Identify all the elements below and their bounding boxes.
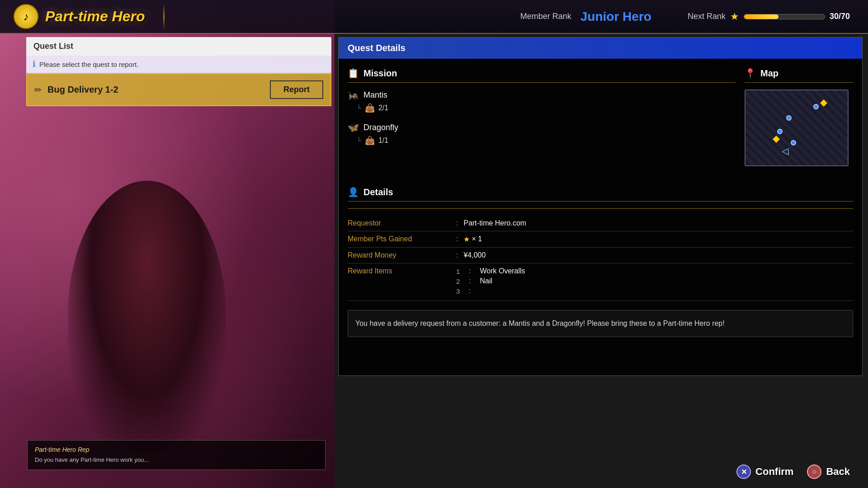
rank-name: Junior Hero	[580, 9, 651, 24]
reward-item-2-name: Nail	[480, 277, 492, 285]
rank-progress-text: 30/70	[830, 12, 850, 21]
quest-details-header: Quest Details	[339, 38, 862, 59]
confirm-circle-icon: ✕	[736, 465, 751, 479]
info-icon: ℹ	[33, 59, 36, 69]
map-marker-1	[820, 99, 827, 107]
rank-star-icon: ★	[730, 11, 739, 23]
requestor-colon: :	[456, 219, 458, 227]
logo-icon: ♪	[14, 4, 38, 29]
reward-item-2-num: 2	[456, 277, 465, 285]
map-dot-3	[777, 129, 783, 134]
rank-progress-fill	[744, 14, 779, 19]
back-label: Back	[826, 466, 850, 478]
member-pts-star: ★	[463, 235, 470, 244]
details-row-member-pts: Member Pts Gained : ★ × 1	[348, 231, 853, 248]
next-rank-section: Next Rank ★ 30/70	[688, 11, 850, 23]
map-marker-2	[773, 136, 780, 143]
dragonfly-icon: 🦋	[348, 122, 359, 133]
reward-money-colon: :	[456, 251, 458, 259]
member-pts-value: × 1	[472, 235, 482, 243]
header-divider	[163, 3, 165, 30]
map-section-header: 📍 Map	[745, 68, 853, 83]
app-title: Part-time Hero	[45, 8, 145, 25]
reward-item-3-colon: :	[469, 287, 471, 295]
quest-description-text: You have a delivery request from a custo…	[355, 318, 845, 329]
details-divider	[348, 208, 853, 209]
quest-description: You have a delivery request from a custo…	[348, 310, 853, 337]
member-rank-label: Member Rank	[520, 12, 571, 21]
map-dot-1	[813, 104, 819, 109]
reward-money-label: Reward Money	[348, 251, 456, 259]
quest-info-text: Please select the quest to report.	[39, 61, 138, 68]
header-logo: ♪ Part-time Hero	[0, 4, 145, 29]
member-pts-label: Member Pts Gained	[348, 235, 456, 243]
reward-item-1: 1 : Work Overalls	[456, 267, 525, 275]
mission-section-title: Mission	[363, 68, 397, 79]
dragonfly-bag-icon: 👜	[365, 136, 375, 145]
mission-item-dragonfly: 🦋 Dragonfly └ 👜 1/1	[348, 122, 736, 145]
reward-item-1-colon: :	[469, 267, 471, 275]
reward-item-3-num: 3	[456, 287, 465, 295]
rank-section: Member Rank Junior Hero Next Rank ★ 30/7…	[520, 9, 868, 24]
reward-item-1-num: 1	[456, 267, 465, 275]
reward-item-3: 3 :	[456, 287, 525, 295]
dragonfly-count: 1/1	[378, 136, 388, 145]
requestor-value: Part-time Hero.com	[463, 219, 526, 227]
map-background: ◁	[745, 90, 848, 165]
mantis-arrow: └	[357, 104, 361, 112]
mantis-icon: 🦗	[348, 89, 359, 100]
bottom-buttons: ✕ Confirm ○ Back	[736, 465, 850, 479]
report-button[interactable]: Report	[270, 80, 323, 99]
map-dot-2	[786, 115, 792, 121]
next-rank-label: Next Rank	[688, 12, 726, 21]
rank-progress-bar	[744, 14, 825, 19]
dialogue-box: Part-time Hero Rep Do you have any Part-…	[27, 440, 326, 470]
quest-list-header: Quest List	[26, 37, 331, 56]
quest-item-left: ✏ Bug Delivery 1-2	[34, 84, 118, 95]
details-section-title: Details	[363, 187, 393, 197]
header-bar: ♪ Part-time Hero Member Rank Junior Hero…	[0, 0, 868, 34]
reward-item-1-name: Work Overalls	[480, 267, 525, 275]
quest-details-content: 📋 Mission 🦗 Mantis └ 👜 2/1 🦋 Dragonfly	[339, 59, 862, 175]
details-row-money: Reward Money : ¥4,000	[348, 248, 853, 263]
member-pts-colon: :	[456, 235, 458, 243]
quest-details-panel: Quest Details 📋 Mission 🦗 Mantis └ 👜 2/1	[338, 37, 863, 376]
mission-section-header: 📋 Mission	[348, 68, 736, 83]
reward-items-label: Reward Items	[348, 267, 456, 275]
dragonfly-arrow: └	[357, 137, 361, 144]
map-container: ◁	[745, 89, 849, 166]
quest-details-left: 📋 Mission 🦗 Mantis └ 👜 2/1 🦋 Dragonfly	[348, 68, 736, 166]
details-icon: 👤	[348, 187, 359, 197]
mantis-count: 2/1	[378, 104, 388, 112]
map-dot-4	[791, 140, 796, 145]
reward-money-value: ¥4,000	[463, 251, 486, 259]
quest-list-info: ℹ Please select the quest to report.	[26, 56, 331, 73]
mission-item-mantis: 🦗 Mantis └ 👜 2/1	[348, 89, 736, 113]
confirm-button[interactable]: ✕ Confirm	[736, 465, 793, 479]
details-row-items: Reward Items 1 : Work Overalls 2 : Nail …	[348, 263, 853, 301]
reward-item-2: 2 : Nail	[456, 277, 525, 285]
mantis-bag-icon: 👜	[365, 103, 375, 113]
dragonfly-name: Dragonfly	[363, 123, 398, 132]
quest-item-icon: ✏	[34, 84, 42, 95]
reward-item-2-colon: :	[469, 277, 471, 285]
quest-item[interactable]: ✏ Bug Delivery 1-2 Report	[26, 73, 331, 106]
dialogue-speaker: Part-time Hero Rep	[35, 446, 318, 453]
mantis-name: Mantis	[363, 90, 387, 100]
details-grid: Requestor : Part-time Hero.com Member Pt…	[348, 216, 853, 301]
quest-item-name: Bug Delivery 1-2	[47, 84, 118, 95]
back-button[interactable]: ○ Back	[807, 465, 850, 479]
map-section: 📍 Map ◁	[745, 68, 853, 166]
requestor-label: Requestor	[348, 219, 456, 227]
quest-list-panel: Quest List ℹ Please select the quest to …	[26, 37, 331, 106]
reward-items-list: 1 : Work Overalls 2 : Nail 3 :	[456, 267, 525, 297]
details-section: 👤 Details Requestor : Part-time Hero.com…	[339, 187, 862, 310]
dialogue-text: Do you have any Part-time Hero work you.…	[35, 456, 318, 464]
mission-icon: 📋	[348, 68, 359, 79]
details-section-header: 👤 Details	[348, 187, 853, 202]
back-circle-icon: ○	[807, 465, 821, 479]
map-section-title: Map	[760, 68, 778, 79]
character-silhouette	[68, 181, 226, 452]
map-icon: 📍	[745, 68, 756, 79]
details-row-requestor: Requestor : Part-time Hero.com	[348, 216, 853, 231]
